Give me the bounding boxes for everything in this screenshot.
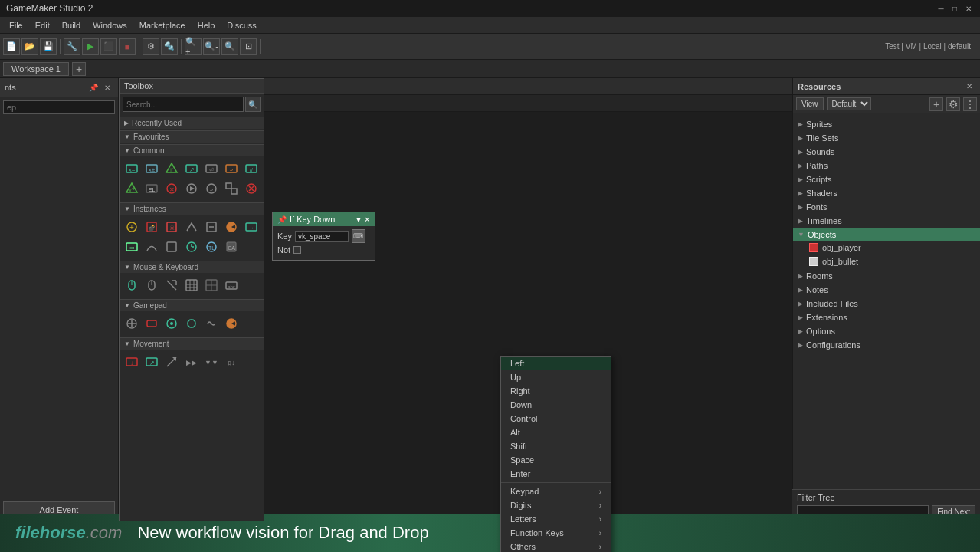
res-section-sprites-header[interactable]: ▶ Sprites	[793, 118, 980, 130]
menu-build[interactable]: Build	[56, 19, 87, 31]
close-button[interactable]: ✕	[963, 3, 974, 14]
res-section-objects-header[interactable]: ▼ Objects	[793, 228, 980, 241]
workspace-tab-1[interactable]: Workspace 1	[3, 62, 69, 76]
tb-icon-exit[interactable]: ⏎	[202, 159, 221, 178]
res-section-rooms-header[interactable]: ▶ Rooms	[793, 270, 980, 282]
dropdown-item-alt[interactable]: Alt	[501, 426, 611, 439]
res-section-included-files-header[interactable]: ▶ Included Files	[793, 297, 980, 310]
toolbox-section-recently-used-header[interactable]: ▶ Recently Used	[120, 117, 264, 129]
sort-resource-button[interactable]: ⋮	[963, 97, 977, 111]
toolbox-section-instances-header[interactable]: ▼ Instances	[120, 202, 264, 215]
res-section-shaders-header[interactable]: ▶ Shaders	[793, 187, 980, 199]
settings-button[interactable]: ⚙	[143, 38, 159, 55]
tb-icon-move-to[interactable]: →	[242, 218, 261, 236]
tb-icon-bounce[interactable]	[143, 238, 161, 256]
if-key-close-button[interactable]: ✕	[364, 215, 370, 224]
tb-icon-move-fixed[interactable]: ↓	[123, 353, 141, 371]
tb-icon-play[interactable]	[182, 179, 201, 198]
dropdown-item-shift[interactable]: Shift	[501, 439, 611, 453]
events-search-input[interactable]	[3, 100, 115, 114]
save-button[interactable]: 💾	[40, 38, 57, 55]
dropdown-item-control[interactable]: Control	[501, 412, 611, 426]
dropdown-item-digits[interactable]: Digits ›	[501, 498, 611, 512]
tb-icon-assign-var[interactable]: x=	[123, 159, 141, 178]
obj-player-item[interactable]: obj_player	[793, 241, 980, 255]
toolbox-section-movement-header[interactable]: ▼ Movement	[120, 337, 264, 350]
tb-icon-expr[interactable]: ↗	[182, 159, 201, 178]
menu-marketplace[interactable]: Marketplace	[133, 19, 192, 31]
tb-icon-speed-h[interactable]: ▶▶	[182, 353, 201, 371]
tb-icon-gamepad-vibrate[interactable]	[202, 314, 221, 333]
tb-icon-delete[interactable]	[242, 179, 261, 198]
add-resource-button[interactable]: +	[929, 97, 943, 111]
tb-icon-if-mouse-2[interactable]	[143, 276, 161, 294]
tb-icon-gamepad-pacman[interactable]	[222, 314, 241, 333]
key-value-input[interactable]	[295, 231, 349, 242]
preferences-button[interactable]: 🔩	[161, 38, 178, 55]
key-selector-button[interactable]: ⌨	[352, 229, 365, 243]
menu-edit[interactable]: Edit	[29, 19, 56, 31]
obj-bullet-item[interactable]: obj_bullet	[793, 255, 980, 268]
dropdown-item-space[interactable]: Space	[501, 453, 611, 467]
tb-icon-draw[interactable]	[162, 238, 181, 256]
config-resource-button[interactable]: ⚙	[946, 97, 960, 111]
tb-icon-speed-v[interactable]: ▼▼	[202, 353, 221, 371]
tb-icon-create-instance[interactable]: +	[123, 218, 141, 236]
resources-close-button[interactable]: ✕	[963, 80, 975, 93]
tb-icon-if-mouse[interactable]	[123, 276, 141, 294]
tb-icon-get-mouse-pos[interactable]	[162, 276, 181, 294]
tb-icon-gamepad-button[interactable]	[143, 314, 161, 333]
dropdown-item-enter[interactable]: Enter	[501, 467, 611, 481]
stop-button[interactable]: ■	[119, 38, 136, 55]
if-key-options-button[interactable]: ▼	[355, 215, 362, 224]
dropdown-item-keypad[interactable]: Keypad ›	[501, 485, 611, 498]
tb-icon-move-toward[interactable]	[162, 353, 181, 371]
workspace-add-tab[interactable]: +	[72, 62, 86, 76]
res-section-extensions-header[interactable]: ▶ Extensions	[793, 311, 980, 324]
tb-icon-kill-instance[interactable]: ☠	[162, 218, 181, 236]
dropdown-item-letters[interactable]: Letters ›	[501, 512, 611, 526]
zoom-reset-button[interactable]: 🔍	[221, 38, 238, 55]
toolbox-section-mouse-keyboard-header[interactable]: ▼ Mouse & Keyboard	[120, 261, 264, 273]
tb-icon-comment[interactable]: //	[242, 159, 261, 178]
toolbox-section-common-header[interactable]: ▼ Common	[120, 144, 264, 156]
debug-button[interactable]: ⬛	[100, 38, 117, 55]
menu-windows[interactable]: Windows	[87, 19, 133, 31]
tb-icon-keyboard-grid-2[interactable]	[202, 276, 221, 294]
res-section-tile-sets-header[interactable]: ▶ Tile Sets	[793, 132, 980, 144]
toolbox-section-favourites-header[interactable]: ▼ Favourites	[120, 130, 264, 143]
run-button[interactable]: ▶	[82, 38, 99, 55]
dropdown-item-left[interactable]: Left	[501, 356, 611, 370]
tb-icon-gamepad-axis[interactable]	[162, 314, 181, 333]
res-section-configurations-header[interactable]: ▶ Configurations	[793, 339, 980, 351]
zoom-fit-button[interactable]: ⊡	[240, 38, 257, 55]
open-button[interactable]: 📂	[21, 38, 38, 55]
minimize-button[interactable]: ─	[936, 3, 946, 14]
dropdown-item-right[interactable]: Right	[501, 384, 611, 398]
tb-icon-else[interactable]: EL	[143, 179, 161, 198]
tb-icon-run-code[interactable]: »	[222, 159, 241, 178]
dropdown-item-up[interactable]: Up	[501, 370, 611, 384]
tb-icon-if[interactable]: if	[162, 159, 181, 178]
menu-help[interactable]: Help	[192, 19, 221, 31]
toolbox-search-input[interactable]	[123, 97, 244, 112]
tb-icon-jump-to[interactable]: ⇒	[123, 238, 141, 256]
tb-icon-if-var[interactable]: v?	[123, 179, 141, 198]
menu-discuss[interactable]: Discuss	[221, 19, 263, 31]
tb-icon-call-event[interactable]	[182, 218, 201, 236]
res-section-paths-header[interactable]: ▶ Paths	[793, 159, 980, 172]
res-section-fonts-header[interactable]: ▶ Fonts	[793, 201, 980, 213]
tb-icon-gamepad-connected[interactable]	[182, 314, 201, 333]
tb-icon-move-free[interactable]: ↗	[143, 353, 161, 371]
close-panel-button[interactable]: ✕	[101, 81, 113, 94]
res-section-scripts-header[interactable]: ▶ Scripts	[793, 173, 980, 186]
tb-icon-call-script[interactable]: CA	[222, 238, 241, 256]
dropdown-item-function-keys[interactable]: Function Keys ›	[501, 526, 611, 540]
tb-icon-modify-var[interactable]: x±	[143, 159, 161, 178]
tb-icon-keyboard-icon[interactable]: abc	[222, 276, 241, 294]
tb-icon-set-alarm[interactable]	[182, 238, 201, 256]
tb-icon-break[interactable]: ✕	[162, 179, 181, 198]
default-select[interactable]: Default	[827, 97, 871, 110]
maximize-button[interactable]: □	[949, 3, 960, 14]
zoom-in-button[interactable]: 🔍+	[185, 38, 202, 55]
